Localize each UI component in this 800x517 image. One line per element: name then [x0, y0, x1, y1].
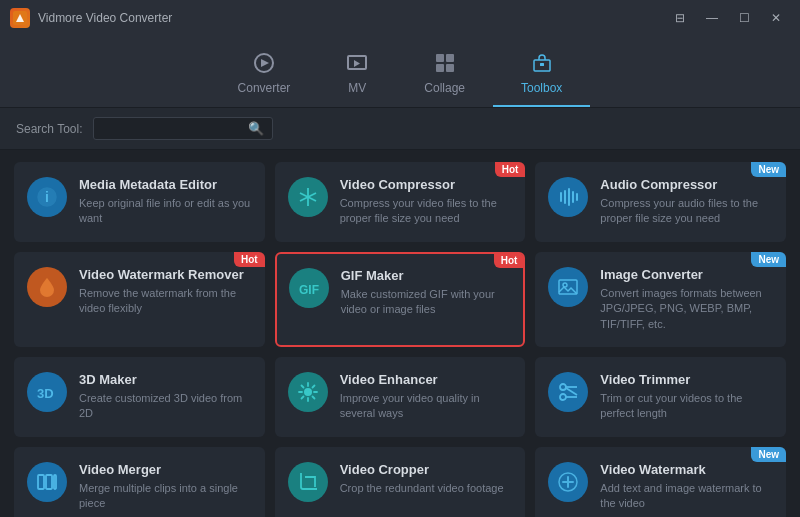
- tool-card-image-converter[interactable]: New Image Converter Convert images forma…: [535, 252, 786, 347]
- svg-rect-5: [436, 54, 444, 62]
- tool-card-video-watermark-remover[interactable]: Hot Video Watermark Remover Remove the w…: [14, 252, 265, 347]
- search-icon[interactable]: 🔍: [248, 121, 264, 136]
- tool-desc-image-converter: Convert images formats between JPG/JPEG,…: [600, 286, 773, 332]
- tool-desc-video-merger: Merge multiple clips into a single piece: [79, 481, 252, 512]
- tool-text-video-compressor: Video Compressor Compress your video fil…: [340, 177, 513, 227]
- tool-card-video-enhancer[interactable]: Video Enhancer Improve your video qualit…: [275, 357, 526, 437]
- tool-icon-video-trimmer: [548, 372, 588, 412]
- tool-text-media-metadata-editor: Media Metadata Editor Keep original file…: [79, 177, 252, 227]
- tab-converter[interactable]: Converter: [210, 44, 319, 107]
- tab-mv[interactable]: MV: [318, 44, 396, 107]
- search-bar: Search Tool: 🔍: [0, 108, 800, 150]
- tool-card-audio-compressor[interactable]: New Audio Compressor Compress your audio…: [535, 162, 786, 242]
- tool-title-gif-maker: GIF Maker: [341, 268, 512, 283]
- svg-line-32: [566, 388, 577, 395]
- tool-icon-video-compressor: [288, 177, 328, 217]
- tool-desc-video-cropper: Crop the redundant video footage: [340, 481, 513, 496]
- tool-text-gif-maker: GIF Maker Make customized GIF with your …: [341, 268, 512, 318]
- svg-line-14: [300, 193, 308, 197]
- svg-rect-20: [568, 188, 570, 206]
- minimize-button[interactable]: ⊟: [666, 8, 694, 28]
- mv-icon: [346, 52, 368, 77]
- restore-button[interactable]: —: [698, 8, 726, 28]
- tool-card-3d-maker[interactable]: 3D 3D Maker Create customized 3D video f…: [14, 357, 265, 437]
- tool-icon-audio-compressor: [548, 177, 588, 217]
- tool-icon-video-enhancer: [288, 372, 328, 412]
- tool-icon-video-watermark: [548, 462, 588, 502]
- close-button[interactable]: ✕: [762, 8, 790, 28]
- tool-title-3d-maker: 3D Maker: [79, 372, 252, 387]
- tool-desc-audio-compressor: Compress your audio files to the proper …: [600, 196, 773, 227]
- tool-text-audio-compressor: Audio Compressor Compress your audio fil…: [600, 177, 773, 227]
- svg-rect-18: [560, 192, 562, 202]
- tools-grid: i Media Metadata Editor Keep original fi…: [0, 150, 800, 517]
- svg-rect-19: [564, 190, 566, 204]
- tool-icon-video-watermark-remover: [27, 267, 67, 307]
- search-input-wrap: 🔍: [93, 117, 273, 140]
- title-bar: Vidmore Video Converter ⊟ — ☐ ✕: [0, 0, 800, 36]
- nav-tabs: Converter MV Collage: [0, 36, 800, 108]
- svg-rect-7: [436, 64, 444, 72]
- tool-icon-video-cropper: [288, 462, 328, 502]
- svg-line-16: [300, 197, 308, 201]
- svg-text:3D: 3D: [37, 386, 54, 401]
- tool-text-video-merger: Video Merger Merge multiple clips into a…: [79, 462, 252, 512]
- tool-title-video-cropper: Video Cropper: [340, 462, 513, 477]
- tab-converter-label: Converter: [238, 81, 291, 95]
- tool-desc-3d-maker: Create customized 3D video from 2D: [79, 391, 252, 422]
- tool-title-video-enhancer: Video Enhancer: [340, 372, 513, 387]
- tool-title-image-converter: Image Converter: [600, 267, 773, 282]
- svg-rect-21: [572, 191, 574, 203]
- tool-card-video-watermark[interactable]: New Video Watermark Add text and image w…: [535, 447, 786, 517]
- tool-card-gif-maker[interactable]: Hot GIF GIF Maker Make customized GIF wi…: [275, 252, 526, 347]
- svg-line-17: [308, 197, 316, 201]
- toolbox-icon: [531, 52, 553, 77]
- svg-rect-34: [46, 475, 52, 489]
- tool-text-video-watermark: Video Watermark Add text and image water…: [600, 462, 773, 512]
- badge-audio-compressor: New: [751, 162, 786, 177]
- svg-text:i: i: [45, 189, 49, 205]
- tool-title-media-metadata-editor: Media Metadata Editor: [79, 177, 252, 192]
- tab-collage[interactable]: Collage: [396, 44, 493, 107]
- svg-rect-35: [54, 475, 56, 489]
- tool-text-image-converter: Image Converter Convert images formats b…: [600, 267, 773, 332]
- badge-video-compressor: Hot: [495, 162, 526, 177]
- tool-title-video-merger: Video Merger: [79, 462, 252, 477]
- tool-icon-3d-maker: 3D: [27, 372, 67, 412]
- title-bar-left: Vidmore Video Converter: [10, 8, 172, 28]
- title-bar-controls: ⊟ — ☐ ✕: [666, 8, 790, 28]
- tool-icon-gif-maker: GIF: [289, 268, 329, 308]
- tool-icon-media-metadata-editor: i: [27, 177, 67, 217]
- search-input[interactable]: [102, 122, 242, 136]
- svg-rect-33: [38, 475, 44, 489]
- tab-mv-label: MV: [348, 81, 366, 95]
- app-icon: [10, 8, 30, 28]
- tool-text-video-trimmer: Video Trimmer Trim or cut your videos to…: [600, 372, 773, 422]
- tool-desc-video-trimmer: Trim or cut your videos to the perfect l…: [600, 391, 773, 422]
- tool-desc-gif-maker: Make customized GIF with your video or i…: [341, 287, 512, 318]
- tool-icon-image-converter: [548, 267, 588, 307]
- svg-point-29: [560, 384, 566, 390]
- tool-desc-video-enhancer: Improve your video quality in several wa…: [340, 391, 513, 422]
- tab-toolbox-label: Toolbox: [521, 81, 562, 95]
- tool-card-video-compressor[interactable]: Hot Video Compressor Compress your video…: [275, 162, 526, 242]
- search-label: Search Tool:: [16, 122, 83, 136]
- maximize-button[interactable]: ☐: [730, 8, 758, 28]
- tool-card-media-metadata-editor[interactable]: i Media Metadata Editor Keep original fi…: [14, 162, 265, 242]
- app-title: Vidmore Video Converter: [38, 11, 172, 25]
- tool-title-audio-compressor: Audio Compressor: [600, 177, 773, 192]
- tool-text-3d-maker: 3D Maker Create customized 3D video from…: [79, 372, 252, 422]
- svg-rect-22: [576, 193, 578, 201]
- tool-card-video-cropper[interactable]: Video Cropper Crop the redundant video f…: [275, 447, 526, 517]
- tool-text-video-enhancer: Video Enhancer Improve your video qualit…: [340, 372, 513, 422]
- tool-title-video-watermark: Video Watermark: [600, 462, 773, 477]
- tab-toolbox[interactable]: Toolbox: [493, 44, 590, 107]
- tool-desc-video-watermark: Add text and image watermark to the vide…: [600, 481, 773, 512]
- tool-text-video-watermark-remover: Video Watermark Remover Remove the water…: [79, 267, 252, 317]
- tool-card-video-merger[interactable]: Video Merger Merge multiple clips into a…: [14, 447, 265, 517]
- svg-rect-8: [446, 64, 454, 72]
- svg-point-27: [304, 388, 312, 396]
- tool-card-video-trimmer[interactable]: Video Trimmer Trim or cut your videos to…: [535, 357, 786, 437]
- svg-rect-6: [446, 54, 454, 62]
- tab-collage-label: Collage: [424, 81, 465, 95]
